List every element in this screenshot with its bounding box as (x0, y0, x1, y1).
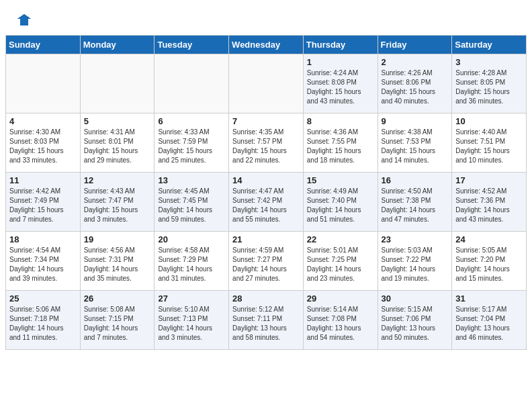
day-number: 28 (232, 293, 300, 304)
day-of-week-header: Saturday (452, 36, 527, 54)
calendar-week-row: 18Sunrise: 4:54 AM Sunset: 7:34 PM Dayli… (6, 232, 527, 291)
calendar-day-cell: 5Sunrise: 4:31 AM Sunset: 8:01 PM Daylig… (80, 113, 154, 173)
day-number: 31 (455, 293, 523, 304)
day-info: Sunrise: 4:33 AM Sunset: 7:59 PM Dayligh… (158, 128, 225, 165)
calendar-day-cell: 29Sunrise: 5:14 AM Sunset: 7:08 PM Dayli… (303, 291, 378, 350)
day-number: 17 (455, 175, 523, 185)
day-number: 11 (9, 175, 77, 185)
calendar-day-cell: 17Sunrise: 4:52 AM Sunset: 7:36 PM Dayli… (452, 173, 527, 232)
day-info: Sunrise: 4:45 AM Sunset: 7:45 PM Dayligh… (158, 187, 225, 224)
day-info: Sunrise: 5:12 AM Sunset: 7:11 PM Dayligh… (232, 305, 300, 342)
calendar-table: SundayMondayTuesdayWednesdayThursdayFrid… (5, 35, 527, 350)
day-header-row: SundayMondayTuesdayWednesdayThursdayFrid… (6, 36, 527, 54)
day-number: 16 (382, 175, 449, 185)
calendar-day-cell (80, 54, 154, 113)
day-info: Sunrise: 5:15 AM Sunset: 7:06 PM Dayligh… (382, 305, 449, 342)
day-info: Sunrise: 4:54 AM Sunset: 7:34 PM Dayligh… (9, 246, 77, 283)
page-header (0, 0, 532, 35)
day-info: Sunrise: 5:01 AM Sunset: 7:25 PM Dayligh… (307, 246, 374, 283)
day-number: 7 (232, 116, 300, 126)
calendar-day-cell: 14Sunrise: 4:47 AM Sunset: 7:42 PM Dayli… (229, 173, 304, 232)
calendar-day-cell: 30Sunrise: 5:15 AM Sunset: 7:06 PM Dayli… (378, 291, 452, 350)
calendar-day-cell: 6Sunrise: 4:33 AM Sunset: 7:59 PM Daylig… (154, 113, 229, 173)
calendar-week-row: 25Sunrise: 5:06 AM Sunset: 7:18 PM Dayli… (6, 291, 527, 350)
logo-icon (16, 12, 32, 28)
day-info: Sunrise: 5:05 AM Sunset: 7:20 PM Dayligh… (455, 246, 523, 283)
calendar-day-cell: 2Sunrise: 4:26 AM Sunset: 8:06 PM Daylig… (378, 54, 452, 113)
day-info: Sunrise: 5:14 AM Sunset: 7:08 PM Dayligh… (307, 305, 374, 342)
day-number: 12 (84, 175, 151, 185)
calendar-day-cell: 1Sunrise: 4:24 AM Sunset: 8:08 PM Daylig… (303, 54, 378, 113)
day-of-week-header: Sunday (6, 36, 81, 54)
calendar-day-cell: 20Sunrise: 4:58 AM Sunset: 7:29 PM Dayli… (154, 232, 229, 291)
day-info: Sunrise: 5:06 AM Sunset: 7:18 PM Dayligh… (9, 305, 77, 342)
calendar-week-row: 11Sunrise: 4:42 AM Sunset: 7:49 PM Dayli… (6, 173, 527, 232)
day-info: Sunrise: 4:47 AM Sunset: 7:42 PM Dayligh… (232, 187, 300, 224)
day-number: 25 (9, 293, 77, 304)
day-number: 13 (158, 175, 225, 185)
calendar-day-cell: 16Sunrise: 4:50 AM Sunset: 7:38 PM Dayli… (378, 173, 452, 232)
day-info: Sunrise: 4:50 AM Sunset: 7:38 PM Dayligh… (382, 187, 449, 224)
calendar-day-cell: 22Sunrise: 5:01 AM Sunset: 7:25 PM Dayli… (303, 232, 378, 291)
calendar-day-cell: 28Sunrise: 5:12 AM Sunset: 7:11 PM Dayli… (229, 291, 304, 350)
calendar-day-cell: 7Sunrise: 4:35 AM Sunset: 7:57 PM Daylig… (229, 113, 304, 173)
calendar-day-cell: 11Sunrise: 4:42 AM Sunset: 7:49 PM Dayli… (6, 173, 81, 232)
day-info: Sunrise: 4:28 AM Sunset: 8:05 PM Dayligh… (455, 68, 523, 106)
calendar-day-cell (154, 54, 229, 113)
calendar-day-cell (229, 54, 304, 113)
day-info: Sunrise: 4:35 AM Sunset: 7:57 PM Dayligh… (232, 128, 300, 165)
calendar-day-cell: 12Sunrise: 4:43 AM Sunset: 7:47 PM Dayli… (80, 173, 154, 232)
day-number: 3 (455, 57, 523, 67)
day-info: Sunrise: 5:10 AM Sunset: 7:13 PM Dayligh… (158, 305, 225, 342)
calendar-day-cell: 3Sunrise: 4:28 AM Sunset: 8:05 PM Daylig… (452, 54, 527, 113)
day-info: Sunrise: 4:59 AM Sunset: 7:27 PM Dayligh… (232, 246, 300, 283)
day-number: 15 (307, 175, 374, 185)
day-info: Sunrise: 4:38 AM Sunset: 7:53 PM Dayligh… (382, 128, 449, 165)
day-of-week-header: Wednesday (229, 36, 304, 54)
calendar-day-cell: 31Sunrise: 5:17 AM Sunset: 7:04 PM Dayli… (452, 291, 527, 350)
day-number: 9 (382, 116, 449, 126)
day-info: Sunrise: 4:56 AM Sunset: 7:31 PM Dayligh… (84, 246, 151, 283)
day-info: Sunrise: 4:43 AM Sunset: 7:47 PM Dayligh… (84, 187, 151, 224)
calendar-day-cell: 13Sunrise: 4:45 AM Sunset: 7:45 PM Dayli… (154, 173, 229, 232)
day-number: 29 (307, 293, 374, 304)
day-of-week-header: Tuesday (154, 36, 229, 54)
calendar-day-cell: 9Sunrise: 4:38 AM Sunset: 7:53 PM Daylig… (378, 113, 452, 173)
calendar-day-cell: 19Sunrise: 4:56 AM Sunset: 7:31 PM Dayli… (80, 232, 154, 291)
day-number: 10 (455, 116, 523, 126)
day-number: 5 (84, 116, 151, 126)
day-info: Sunrise: 5:08 AM Sunset: 7:15 PM Dayligh… (84, 305, 151, 342)
calendar-day-cell: 26Sunrise: 5:08 AM Sunset: 7:15 PM Dayli… (80, 291, 154, 350)
day-info: Sunrise: 4:42 AM Sunset: 7:49 PM Dayligh… (9, 187, 77, 224)
day-info: Sunrise: 4:52 AM Sunset: 7:36 PM Dayligh… (455, 187, 523, 224)
day-info: Sunrise: 4:31 AM Sunset: 8:01 PM Dayligh… (84, 128, 151, 165)
day-number: 4 (9, 116, 77, 126)
calendar-day-cell: 4Sunrise: 4:30 AM Sunset: 8:03 PM Daylig… (6, 113, 81, 173)
calendar-day-cell: 10Sunrise: 4:40 AM Sunset: 7:51 PM Dayli… (452, 113, 527, 173)
day-number: 20 (158, 234, 225, 244)
day-number: 6 (158, 116, 225, 126)
calendar-day-cell (6, 54, 81, 113)
day-number: 8 (307, 116, 374, 126)
day-of-week-header: Monday (80, 36, 154, 54)
calendar-week-row: 4Sunrise: 4:30 AM Sunset: 8:03 PM Daylig… (6, 113, 527, 173)
day-info: Sunrise: 5:03 AM Sunset: 7:22 PM Dayligh… (382, 246, 449, 283)
calendar-day-cell: 25Sunrise: 5:06 AM Sunset: 7:18 PM Dayli… (6, 291, 81, 350)
day-number: 18 (9, 234, 77, 244)
day-number: 2 (382, 57, 449, 67)
day-number: 14 (232, 175, 300, 185)
calendar-day-cell: 15Sunrise: 4:49 AM Sunset: 7:40 PM Dayli… (303, 173, 378, 232)
day-info: Sunrise: 4:26 AM Sunset: 8:06 PM Dayligh… (382, 68, 449, 106)
day-info: Sunrise: 4:36 AM Sunset: 7:55 PM Dayligh… (307, 128, 374, 165)
day-of-week-header: Friday (378, 36, 452, 54)
calendar-week-row: 1Sunrise: 4:24 AM Sunset: 8:08 PM Daylig… (6, 54, 527, 113)
calendar-day-cell: 21Sunrise: 4:59 AM Sunset: 7:27 PM Dayli… (229, 232, 304, 291)
day-number: 22 (307, 234, 374, 244)
day-number: 30 (382, 293, 449, 304)
calendar-day-cell: 8Sunrise: 4:36 AM Sunset: 7:55 PM Daylig… (303, 113, 378, 173)
day-number: 27 (158, 293, 225, 304)
calendar-day-cell: 24Sunrise: 5:05 AM Sunset: 7:20 PM Dayli… (452, 232, 527, 291)
day-info: Sunrise: 4:49 AM Sunset: 7:40 PM Dayligh… (307, 187, 374, 224)
day-number: 23 (382, 234, 449, 244)
day-number: 24 (455, 234, 523, 244)
